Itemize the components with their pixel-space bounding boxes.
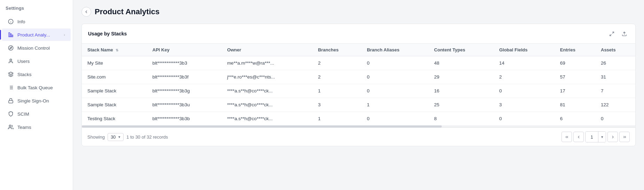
per-page-select[interactable]: 30 ▾ <box>108 133 124 141</box>
cell-stack-name: Site.com <box>82 70 147 84</box>
layers-icon <box>8 71 14 77</box>
sidebar-item-teams-label: Teams <box>17 125 31 130</box>
sidebar-item-bulk-task-queue-label: Bulk Task Queue <box>17 85 53 90</box>
col-owner: Owner <box>221 44 312 56</box>
cell-global-fields: 0 <box>494 84 555 98</box>
svg-rect-3 <box>9 33 10 37</box>
per-page-value: 30 <box>111 134 116 140</box>
col-branches: Branches <box>312 44 361 56</box>
sidebar-item-info[interactable]: Info <box>2 15 71 28</box>
sidebar-item-stacks-label: Stacks <box>17 72 32 77</box>
cell-assets: 26 <box>595 56 635 70</box>
sidebar-item-product-analytics[interactable]: Product Analy... › <box>2 28 71 41</box>
next-page-button[interactable] <box>607 132 618 142</box>
users-icon <box>8 124 14 130</box>
cell-owner: me**a.m****w@ra***... <box>221 56 312 70</box>
cell-entries: 6 <box>555 112 595 126</box>
page-input-group: ▾ <box>585 131 606 142</box>
sidebar-item-single-sign-on-label: Single Sign-On <box>17 98 49 104</box>
cell-content-types: 29 <box>429 70 494 84</box>
svg-point-8 <box>10 59 11 61</box>
svg-marker-7 <box>10 47 12 49</box>
card-header-actions <box>607 29 629 39</box>
svg-point-17 <box>9 125 11 127</box>
records-info: 1 to 30 of 32 records <box>126 134 168 140</box>
sidebar-item-single-sign-on[interactable]: Single Sign-On <box>2 94 71 107</box>
cell-api-key: blt************3b3u <box>147 98 222 112</box>
sidebar-item-mission-control[interactable]: Mission Control <box>2 42 71 54</box>
page-title: Product Analytics <box>95 7 159 16</box>
table-wrapper: Stack Name ⇅ API Key Owner Branches Bran… <box>82 44 635 125</box>
cell-branch-aliases: 0 <box>361 70 429 84</box>
last-page-button[interactable] <box>619 132 630 142</box>
cell-global-fields: 3 <box>494 98 555 112</box>
cell-owner: ****a.s**h@co****ck... <box>221 84 312 98</box>
table-footer: Showing 30 ▾ 1 to 30 of 32 records ▾ <box>82 127 635 146</box>
first-page-button[interactable] <box>561 132 572 142</box>
export-button[interactable] <box>619 29 629 39</box>
main-content: Product Analytics Usage by Stacks <box>73 0 644 190</box>
sidebar: Settings Info Product Analy... › Mission… <box>0 0 73 190</box>
cell-entries: 57 <box>555 70 595 84</box>
table-row: Testing Stackblt************3b3b****a.s*… <box>82 112 635 126</box>
sidebar-item-scim-label: SCIM <box>17 111 29 117</box>
sidebar-item-teams[interactable]: Teams <box>2 121 71 133</box>
table-row: Sample Stackblt************3b3g****a.s**… <box>82 84 635 98</box>
cell-stack-name: Sample Stack <box>82 84 147 98</box>
cell-branches: 1 <box>312 112 361 126</box>
cell-stack-name: Testing Stack <box>82 112 147 126</box>
cell-owner: j***e.ro***es@c***nts... <box>221 70 312 84</box>
page-number-input[interactable] <box>586 132 598 142</box>
col-stack-name[interactable]: Stack Name ⇅ <box>82 44 147 56</box>
back-button[interactable] <box>81 7 91 17</box>
col-global-fields: Global Fields <box>494 44 555 56</box>
cell-stack-name: My Site <box>82 56 147 70</box>
cell-global-fields: 2 <box>494 70 555 84</box>
svg-rect-5 <box>12 35 13 37</box>
sidebar-item-stacks[interactable]: Stacks <box>2 68 71 81</box>
per-page-chevron: ▾ <box>118 135 120 139</box>
cell-global-fields: 0 <box>494 112 555 126</box>
sidebar-item-info-label: Info <box>17 19 25 24</box>
page-chevron-down[interactable]: ▾ <box>598 132 606 142</box>
cell-assets: 31 <box>595 70 635 84</box>
cell-content-types: 16 <box>429 84 494 98</box>
cell-branch-aliases: 0 <box>361 84 429 98</box>
cell-assets: 122 <box>595 98 635 112</box>
svg-rect-4 <box>10 34 11 37</box>
showing-group: Showing 30 ▾ 1 to 30 of 32 records <box>87 133 168 141</box>
prev-page-button[interactable] <box>573 132 584 142</box>
page-header: Product Analytics <box>81 7 636 17</box>
sidebar-item-users[interactable]: Users <box>2 55 71 67</box>
col-api-key: API Key <box>147 44 222 56</box>
cell-api-key: blt************3b3 <box>147 56 222 70</box>
svg-rect-16 <box>9 100 13 103</box>
stacks-table: Stack Name ⇅ API Key Owner Branches Bran… <box>82 44 635 125</box>
table-row: My Siteblt************3b3me**a.m****w@ra… <box>82 56 635 70</box>
chart-bar-icon <box>8 32 14 38</box>
svg-line-19 <box>610 34 611 35</box>
svg-point-6 <box>8 46 13 50</box>
sidebar-item-mission-control-label: Mission Control <box>17 46 50 51</box>
col-entries: Entries <box>555 44 595 56</box>
sidebar-item-bulk-task-queue[interactable]: Bulk Task Queue <box>2 81 71 94</box>
user-icon <box>8 58 14 64</box>
table-row: Sample Stackblt************3b3u****a.s**… <box>82 98 635 112</box>
expand-button[interactable] <box>607 29 616 39</box>
cell-branches: 2 <box>312 70 361 84</box>
sort-icon: ⇅ <box>116 48 118 52</box>
pagination: ▾ <box>561 131 630 142</box>
sidebar-item-scim[interactable]: SCIM <box>2 108 71 120</box>
cell-branch-aliases: 1 <box>361 98 429 112</box>
cell-assets: 0 <box>595 112 635 126</box>
col-assets: Assets <box>595 44 635 56</box>
list-icon <box>8 84 14 91</box>
cell-api-key: blt************3b3g <box>147 84 222 98</box>
cell-branch-aliases: 0 <box>361 112 429 126</box>
svg-line-18 <box>612 32 613 33</box>
table-header: Stack Name ⇅ API Key Owner Branches Bran… <box>82 44 635 56</box>
cell-owner: ****a.s**h@co****ck... <box>221 112 312 126</box>
card-header: Usage by Stacks <box>82 24 635 44</box>
cell-content-types: 8 <box>429 112 494 126</box>
cell-content-types: 48 <box>429 56 494 70</box>
